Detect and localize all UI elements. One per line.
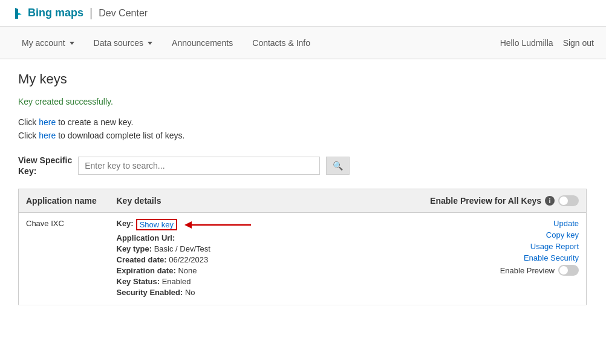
app-url-line: Application Url: — [117, 233, 334, 242]
enable-preview-row: Enable Preview — [349, 265, 579, 276]
info-links: Click here to create a new key. Click he… — [18, 117, 587, 140]
search-button[interactable]: 🔍 — [326, 157, 350, 175]
update-link[interactable]: Update — [349, 219, 579, 228]
hello-user-text: Hello Ludmilla — [500, 38, 553, 48]
enable-all-preview-toggle[interactable] — [558, 195, 579, 206]
keys-table: Application name Key details Enable Prev… — [18, 189, 587, 305]
logo-separator: | — [90, 6, 93, 20]
main-content: My keys Key created successfully. Click … — [0, 59, 605, 317]
svg-marker-1 — [184, 221, 192, 229]
bing-text: Bing maps — [28, 7, 83, 19]
copy-key-link[interactable]: Copy key — [349, 230, 579, 239]
nav-left: My account Data sources Announcements Co… — [12, 27, 500, 59]
toggle-knob — [559, 197, 568, 205]
nav-my-account[interactable]: My account — [12, 27, 84, 59]
bing-icon — [12, 7, 25, 20]
nav-right: Hello Ludmilla Sign out — [500, 38, 594, 48]
usage-report-link[interactable]: Usage Report — [349, 242, 579, 251]
key-status-line: Key Status: Enabled — [117, 277, 334, 286]
my-account-chevron-icon — [70, 42, 74, 45]
sign-out-link[interactable]: Sign out — [563, 38, 594, 48]
red-arrow-icon — [184, 219, 257, 231]
arrow-container — [184, 219, 257, 231]
col-preview: Enable Preview for All Keys i — [342, 189, 587, 213]
search-icon: 🔍 — [333, 161, 343, 171]
create-key-link[interactable]: here — [39, 117, 56, 127]
key-type-line: Key type: Basic / Dev/Test — [117, 244, 334, 253]
nav-announcements[interactable]: Announcements — [162, 27, 243, 59]
nav-contacts-info[interactable]: Contacts & Info — [243, 27, 320, 59]
dev-center-text: Dev Center — [99, 8, 148, 19]
actions-cell: Update Copy key Usage Report Enable Secu… — [342, 213, 587, 305]
table-row: Chave IXC Key: Show key — [19, 213, 587, 305]
success-message: Key created successfully. — [18, 97, 587, 106]
show-key-button[interactable]: Show key — [136, 219, 177, 230]
enable-security-link[interactable]: Enable Security — [349, 253, 579, 262]
col-app-name: Application name — [19, 189, 109, 213]
key-show-row: Key: Show key — [117, 219, 334, 231]
search-input[interactable] — [78, 157, 320, 175]
enable-preview-label: Enable Preview — [500, 266, 555, 275]
app-name: Chave IXC — [26, 219, 64, 228]
app-name-cell: Chave IXC — [19, 213, 109, 305]
security-enabled-line: Security Enabled: No — [117, 288, 334, 297]
row-toggle-knob — [559, 266, 568, 275]
data-sources-chevron-icon — [148, 42, 152, 45]
page-title: My keys — [18, 71, 587, 87]
info-icon[interactable]: i — [545, 196, 555, 206]
key-details-cell: Key: Show key Application Url: — [109, 213, 342, 305]
nav-bar: My account Data sources Announcements Co… — [0, 27, 606, 59]
row-preview-toggle[interactable] — [558, 265, 579, 276]
logo-bar: Bing maps | Dev Center — [0, 0, 606, 27]
search-label: View Specific Key: — [18, 155, 72, 177]
bing-logo[interactable]: Bing maps — [12, 7, 83, 20]
download-keys-link[interactable]: here — [39, 131, 56, 140]
download-key-line: Click here to download complete list of … — [18, 131, 587, 140]
create-key-line: Click here to create a new key. — [18, 117, 587, 127]
col-key-details: Key details — [109, 189, 342, 213]
nav-data-sources[interactable]: Data sources — [84, 27, 162, 59]
expiration-line: Expiration date: None — [117, 266, 334, 275]
search-row: View Specific Key: 🔍 — [18, 155, 587, 177]
created-date-line: Created date: 06/22/2023 — [117, 255, 334, 264]
